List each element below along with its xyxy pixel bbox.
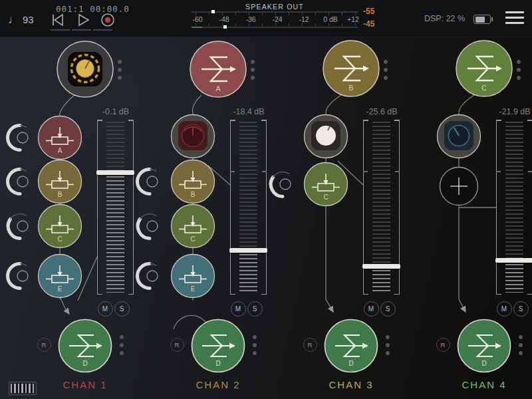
ch1-mute-button[interactable]: M — [98, 301, 113, 317]
ch1-knob-a[interactable] — [5, 122, 35, 153]
play-button[interactable] — [76, 13, 90, 27]
tempo-display[interactable]: ♩93 — [8, 13, 34, 27]
piano-keys-icon — [11, 384, 35, 393]
ch4-record-arm-button[interactable]: R — [436, 338, 450, 352]
ch3-source-node[interactable]: B — [321, 39, 381, 99]
ch3-knob-c[interactable] — [267, 169, 298, 200]
ch1-solo-button[interactable]: S — [114, 301, 130, 317]
transport-time-display[interactable]: 001:1 00:00.0 — [56, 4, 130, 14]
meter-marker-right[interactable] — [223, 25, 227, 29]
fader-bracket — [128, 120, 134, 295]
ch1-fx-node-e[interactable]: E — [37, 253, 83, 299]
meter-tick-label: -12 — [299, 15, 309, 23]
ch1-source-node[interactable] — [55, 40, 115, 100]
svg-text:A: A — [215, 84, 220, 92]
ch1-knob-b[interactable] — [5, 166, 35, 197]
ch2-fx-node-b[interactable]: B — [170, 158, 216, 205]
ch1-record-arm-button[interactable]: R — [37, 338, 51, 352]
fader-bracket — [230, 120, 235, 295]
ch4-output-menu[interactable] — [519, 335, 523, 359]
ch1-knob-e[interactable] — [5, 261, 35, 291]
ch3-output-menu[interactable] — [386, 335, 390, 359]
meter-line-right — [192, 27, 358, 28]
ch4-fader-handle[interactable] — [495, 258, 532, 263]
skip-to-start-button[interactable] — [51, 13, 65, 27]
svg-text:D: D — [481, 360, 486, 367]
fader-ticks — [239, 122, 257, 293]
ch3-fx-node-c[interactable]: C — [303, 161, 349, 207]
ch4-fader[interactable] — [496, 120, 532, 295]
ch1-fx-node-a[interactable]: A — [37, 114, 83, 161]
ch1-fx-node-b[interactable]: B — [37, 158, 83, 205]
ch4-output-node[interactable]: D — [456, 317, 513, 374]
fader-bracket — [97, 120, 102, 295]
ch1-fader-handle[interactable] — [96, 170, 134, 175]
ch2-fx-node-e[interactable]: E — [170, 253, 216, 299]
ch4-solo-button[interactable]: S — [513, 301, 529, 317]
ch2-knob-e[interactable] — [134, 261, 165, 291]
record-dot-icon — [105, 17, 110, 23]
svg-text:D: D — [348, 360, 353, 367]
ch2-source-node[interactable]: A — [188, 40, 248, 100]
unity-mark — [363, 171, 368, 172]
ch3-fader-handle[interactable] — [362, 264, 400, 269]
ch3-fader-value: -25.6 dB — [342, 107, 422, 116]
transport-underline-2 — [72, 29, 91, 31]
ch3-mute-button[interactable]: M — [364, 301, 379, 317]
ch2-source-menu[interactable] — [251, 60, 255, 84]
ch3-label[interactable]: CHAN 3 — [311, 379, 391, 390]
ch2-label[interactable]: CHAN 2 — [178, 379, 258, 390]
fader-bracket — [261, 120, 267, 295]
ch3-record-arm-button[interactable]: R — [303, 338, 317, 352]
ch1-knob-c[interactable] — [5, 211, 35, 241]
ch4-add-module-button[interactable] — [438, 165, 480, 207]
ch3-plugin-node[interactable] — [303, 113, 349, 160]
meter-tick-label: -48 — [219, 15, 229, 23]
svg-text:E: E — [191, 285, 196, 293]
ch4-mute-button[interactable]: M — [497, 301, 512, 317]
ch4-source-node[interactable]: C — [454, 39, 514, 99]
meter-tick-label: +12 — [347, 15, 359, 23]
svg-text:B: B — [191, 191, 196, 198]
ch2-fader[interactable] — [230, 120, 267, 295]
ch2-fader-handle[interactable] — [229, 248, 267, 253]
svg-text:C: C — [190, 235, 195, 243]
quarter-note-icon: ♩ — [8, 13, 19, 26]
ch1-fx-node-c[interactable]: C — [37, 203, 83, 249]
unity-mark — [230, 171, 235, 172]
record-button[interactable] — [100, 13, 115, 27]
ch2-solo-button[interactable]: S — [247, 301, 263, 317]
ch1-output-node[interactable]: D — [57, 317, 114, 374]
ch4-plugin-node[interactable] — [436, 113, 482, 160]
ch2-output-menu[interactable] — [253, 335, 257, 359]
ch1-label[interactable]: CHAN 1 — [45, 379, 125, 390]
menu-button[interactable] — [505, 11, 524, 26]
ch2-knob-b[interactable] — [134, 166, 165, 197]
ch2-record-arm-button[interactable]: R — [170, 338, 184, 352]
ch3-source-menu[interactable] — [384, 60, 388, 84]
keyboard-toggle-button[interactable] — [9, 382, 37, 395]
meter-marker-left[interactable] — [211, 10, 215, 13]
ch4-source-menu[interactable] — [517, 60, 521, 84]
ch2-output-node[interactable]: D — [190, 317, 247, 374]
meter-tick-label: -24 — [272, 15, 282, 23]
ch2-mute-button[interactable]: M — [231, 301, 246, 317]
ch3-solo-button[interactable]: S — [380, 301, 396, 317]
tempo-value: 93 — [23, 14, 34, 25]
ch2-fx-node-c[interactable]: C — [170, 203, 216, 249]
mixer-canvas: ♩93 001:1 00:00.0 SPEAKER OUT -60 -48 -3… — [0, 0, 532, 399]
meter-tick-label: -60 — [192, 15, 202, 23]
fader-ticks — [505, 122, 523, 293]
ch1-fader-value: -0.1 dB — [76, 107, 156, 116]
ch3-output-node[interactable]: D — [323, 317, 380, 374]
svg-text:D: D — [82, 360, 87, 367]
ch1-source-menu[interactable] — [118, 60, 122, 84]
ch2-knob-c[interactable] — [134, 211, 165, 241]
ch4-label[interactable]: CHAN 4 — [444, 379, 524, 390]
ch1-fader[interactable] — [97, 120, 134, 295]
ch3-fader[interactable] — [363, 120, 400, 295]
ch2-plugin-node[interactable] — [170, 113, 216, 160]
battery-fill — [475, 17, 485, 23]
ch1-output-menu[interactable] — [120, 335, 124, 359]
unity-mark — [528, 171, 532, 172]
